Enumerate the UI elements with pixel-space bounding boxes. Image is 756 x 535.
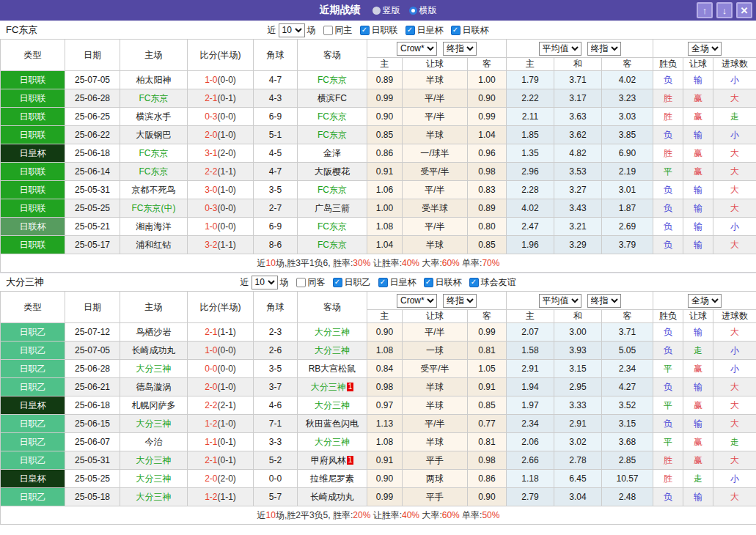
avg-away: 10.57 (602, 470, 653, 488)
match-row: 日职乙25-05-18大分三神1-2(1-1)5-7长崎成功丸0.99平手0.9… (1, 488, 756, 506)
league-checkbox-3[interactable]: ✓ (424, 278, 433, 287)
match-date: 25-05-25 (65, 199, 120, 218)
result-goals: 小 (713, 218, 756, 236)
halftime-score: (1-1) (218, 327, 236, 337)
match-count-select[interactable]: 10 (252, 276, 278, 289)
home-team-name: 柏太阳神 (136, 75, 172, 85)
odds-handicap: 半球 (403, 378, 468, 396)
match-date: 25-06-15 (65, 415, 120, 433)
odds-away: 0.81 (468, 342, 507, 360)
corner-score: 4-5 (254, 144, 298, 163)
layout-radio-horizontal[interactable]: 横版 (409, 4, 437, 17)
type-badge: 日职联 (1, 236, 65, 254)
type-badge: 日职乙 (1, 415, 65, 433)
match-count-select[interactable]: 10 (279, 23, 305, 37)
summary-stat-label: 让胜率: (370, 258, 402, 268)
result-goals: 小 (713, 470, 756, 488)
same-venue-checkbox[interactable] (296, 278, 306, 287)
avg-draw: 3.71 (554, 71, 602, 89)
average-stage-select[interactable]: 终指 (587, 294, 621, 308)
result-handicap: 输 (683, 199, 713, 218)
same-venue-checkbox[interactable] (323, 26, 333, 35)
result-outcome: 负 (653, 378, 683, 396)
odds-home: 1.00 (367, 199, 403, 218)
column-header: 主场 (120, 40, 188, 71)
match-score: 1-0(0-0) (188, 71, 254, 89)
match-date: 25-05-25 (65, 470, 120, 488)
average-stage-select[interactable]: 终指 (587, 42, 621, 56)
league-checkbox-1[interactable]: ✓ (333, 278, 342, 287)
avg-home: 1.96 (507, 236, 554, 254)
avg-away: 3.23 (602, 89, 653, 108)
odds-away: 0.99 (468, 108, 507, 126)
result-goals: 走 (713, 433, 756, 451)
result-handicap: 走 (683, 342, 713, 360)
odds-handicap: 平/半 (403, 181, 468, 199)
sub-column-header: 客 (468, 58, 507, 71)
close-button[interactable]: ✕ (736, 2, 752, 18)
odds-handicap: 半球 (403, 236, 468, 254)
games-label: 场 (280, 276, 289, 289)
scroll-up-button[interactable]: ↑ (697, 2, 713, 18)
avg-away: 4.02 (602, 71, 653, 89)
avg-home: 1.18 (507, 470, 554, 488)
scope-select[interactable]: 全场 (688, 294, 722, 308)
league-checkbox-2[interactable]: ✓ (378, 278, 388, 287)
result-handicap: 输 (683, 323, 713, 342)
away-team: FC东京 (298, 181, 367, 199)
home-team-name: 札幌冈萨多 (132, 400, 176, 410)
odds-home: 0.90 (367, 108, 403, 126)
away-team: 大分三神 (298, 396, 367, 415)
result-outcome: 胜 (653, 470, 683, 488)
match-row: 日职乙25-06-21德岛漩涡2-0(1-0)3-7大分三神10.98半球0.9… (1, 378, 756, 396)
type-badge: 日职乙 (1, 488, 65, 506)
result-outcome: 平 (653, 163, 683, 181)
league-checkbox-4[interactable]: ✓ (469, 278, 479, 287)
summary-stat-label: 胜率: (333, 510, 353, 520)
avg-home: 2.79 (507, 488, 554, 506)
fulltime-score: 1-0 (205, 221, 217, 232)
match-row: 日职乙25-06-15大分三神1-2(1-0)7-1秋田蓝色闪电1.13平/半0… (1, 415, 756, 433)
fulltime-score: 3-0 (205, 185, 217, 195)
home-team-name: 大分三神 (136, 418, 172, 429)
odds-source-select[interactable]: Crow* (397, 294, 437, 308)
odds-away: 0.96 (468, 144, 507, 163)
odds-handicap: 受半球 (403, 199, 468, 218)
down-arrow-icon: ↓ (722, 5, 727, 16)
match-score: 0-3(0-0) (188, 108, 254, 126)
away-team-name: FC东京 (318, 111, 347, 122)
league-checkbox-1[interactable]: ✓ (360, 26, 370, 35)
result-outcome: 负 (653, 199, 683, 218)
odds-source-select[interactable]: Crow* (397, 42, 437, 56)
match-history-panel: 近期战绩 竖版横版 ↑ ↓ ✕ FC东京近10场同主✓日职联✓日皇杯✓日联杯类型… (0, 0, 756, 525)
scope-select[interactable]: 全场 (688, 42, 722, 56)
away-team: 广岛三箭 (298, 199, 367, 218)
league-checkbox-2[interactable]: ✓ (405, 26, 415, 35)
odds-stage-select[interactable]: 终指 (443, 42, 477, 56)
corner-score: 3-5 (254, 181, 298, 199)
layout-radio-vertical[interactable]: 竖版 (373, 4, 400, 17)
scroll-down-button[interactable]: ↓ (716, 2, 733, 18)
away-team: 拉维尼罗素 (298, 470, 367, 488)
home-team-name: 鸟栖沙岩 (136, 327, 172, 337)
home-team: 德岛漩涡 (120, 378, 188, 396)
radio-icon (409, 7, 417, 15)
average-select[interactable]: 平均值 (539, 42, 581, 56)
league-checkbox-3[interactable]: ✓ (451, 26, 460, 35)
team-name-label: FC东京 (6, 23, 37, 37)
avg-draw: 3.04 (554, 488, 602, 506)
away-team-name: 拉维尼罗素 (310, 473, 354, 484)
match-date: 25-06-18 (65, 396, 120, 415)
column-header: 客场 (298, 292, 367, 323)
odds-stage-select[interactable]: 终指 (443, 294, 477, 308)
avg-home: 2.28 (507, 181, 554, 199)
titlebar: 近期战绩 竖版横版 ↑ ↓ ✕ (0, 0, 756, 21)
summary-text: 近10场,胜2平3负5, 胜率:20% 让胜率:40% 大率:60% 单率:50… (1, 506, 756, 525)
avg-away: 3.68 (602, 433, 653, 451)
home-team: 大分三神 (120, 488, 188, 506)
halftime-score: (0-1) (218, 437, 236, 447)
odds-away: 1.04 (468, 126, 507, 144)
match-row: 日职联25-07-05柏太阳神1-0(0-0)4-7FC东京0.89半球1.00… (1, 71, 756, 89)
match-score: 2-2(1-1) (188, 163, 254, 181)
average-select[interactable]: 平均值 (539, 294, 581, 308)
